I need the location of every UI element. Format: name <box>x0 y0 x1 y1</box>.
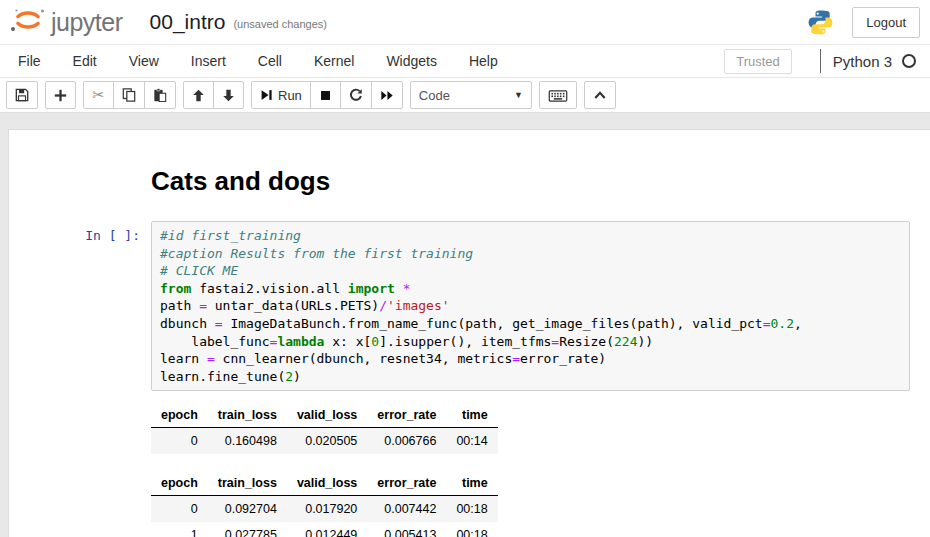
restart-run-all-icon <box>380 89 394 102</box>
run-cell-button[interactable]: Run <box>251 81 311 109</box>
table-header-row: epochtrain_lossvalid_losserror_ratetime <box>151 403 498 428</box>
move-cell-up-button[interactable] <box>183 81 214 109</box>
code-line: path = untar_data(URLs.PETS)/'images' <box>160 297 901 315</box>
code-line: dbunch = ImageDataBunch.from_name_func(p… <box>160 315 901 333</box>
table-header-cell: time <box>446 403 497 428</box>
stop-icon <box>319 89 332 102</box>
run-step-forward-icon <box>260 88 273 102</box>
code-token: 'images' <box>387 298 450 313</box>
code-token: )) <box>637 334 653 349</box>
table-header-cell: epoch <box>151 403 208 428</box>
chevron-up-icon <box>593 89 607 101</box>
output-area: epochtrain_lossvalid_losserror_ratetime0… <box>151 403 930 537</box>
table-cell: 0.092704 <box>208 496 287 523</box>
toolbar-collapse-button[interactable] <box>584 81 616 109</box>
logout-button[interactable]: Logout <box>852 7 920 38</box>
code-line: from fastai2.vision.all import * <box>160 280 901 298</box>
code-token: 224 <box>614 334 637 349</box>
code-token: untar_data(URLs.PETS) <box>207 298 379 313</box>
training-results-table: epochtrain_lossvalid_losserror_ratetime0… <box>151 403 498 454</box>
move-up-icon <box>192 89 205 102</box>
code-token: fastai2.vision.all <box>191 281 348 296</box>
code-editor[interactable]: #id first_training#caption Results from … <box>151 221 910 391</box>
code-token: = <box>207 351 215 366</box>
cell-prompt: In [ ]: <box>9 221 151 391</box>
kernel-name: Python 3 <box>833 53 892 70</box>
kernel-idle-icon <box>902 54 916 68</box>
table-header-cell: error_rate <box>367 403 446 428</box>
cell-type-dropdown[interactable]: Code ▼ <box>410 81 532 109</box>
code-token: learn.fine_tune( <box>160 369 285 384</box>
table-cell: 0.160498 <box>208 428 287 455</box>
table-cell: 1 <box>151 522 208 537</box>
code-token: #id first_training <box>160 228 301 243</box>
notebook-title[interactable]: 00_intro <box>150 10 226 34</box>
code-token: = <box>199 298 207 313</box>
code-token: error_rate) <box>520 351 606 366</box>
kernel-separator <box>820 49 821 73</box>
table-cell: 0.005413 <box>367 522 446 537</box>
code-token <box>395 281 403 296</box>
menu-item-view[interactable]: View <box>113 53 175 69</box>
table-header-cell: valid_loss <box>287 403 367 428</box>
table-row: 00.1604980.0205050.00676600:14 <box>151 428 498 455</box>
code-token: x: x[ <box>324 334 371 349</box>
code-token: ImageDataBunch.from_name_func(path, get_… <box>223 316 763 331</box>
code-token: ) <box>293 369 301 384</box>
restart-run-all-button[interactable] <box>371 81 403 109</box>
markdown-cell[interactable]: Cats and dogs <box>9 166 930 197</box>
menu-item-insert[interactable]: Insert <box>175 53 242 69</box>
code-token: import <box>348 281 395 296</box>
cut-cell-button[interactable]: ✂ <box>83 81 114 109</box>
code-line: # CLICK ME <box>160 262 901 280</box>
add-cell-icon <box>54 89 67 102</box>
code-token: lambda <box>277 334 324 349</box>
table-header-cell: train_loss <box>208 403 287 428</box>
paste-cell-button[interactable] <box>144 81 176 109</box>
jupyter-wordmark: jupyter <box>51 8 123 37</box>
menubar: FileEditViewInsertCellKernelWidgetsHelp … <box>0 44 930 78</box>
menu-item-help[interactable]: Help <box>453 53 514 69</box>
header: jupyter 00_intro (unsaved changes) Logou… <box>0 0 930 44</box>
move-cell-down-button[interactable] <box>213 81 244 109</box>
python-logo-icon <box>807 9 834 36</box>
menu-item-widgets[interactable]: Widgets <box>370 53 453 69</box>
code-cell[interactable]: In [ ]: #id first_training#caption Resul… <box>9 221 910 391</box>
table-cell: 0.006766 <box>367 428 446 455</box>
save-button[interactable] <box>6 81 38 109</box>
command-palette-button[interactable] <box>539 81 577 109</box>
jupyter-logo-icon <box>8 7 48 37</box>
code-token: 0.2 <box>771 316 794 331</box>
table-header-cell: epoch <box>151 471 208 496</box>
add-cell-below-button[interactable] <box>45 81 76 109</box>
save-icon <box>15 88 29 102</box>
menu-item-cell[interactable]: Cell <box>242 53 298 69</box>
code-token: dbunch <box>160 316 215 331</box>
copy-icon <box>122 88 136 102</box>
menu-item-kernel[interactable]: Kernel <box>298 53 370 69</box>
table-header-cell: time <box>446 471 497 496</box>
menubar-items: FileEditViewInsertCellKernelWidgetsHelp <box>10 53 514 69</box>
restart-kernel-button[interactable] <box>340 81 372 109</box>
chevron-down-icon: ▼ <box>514 90 523 100</box>
training-results-table: epochtrain_lossvalid_losserror_ratetime0… <box>151 471 498 537</box>
trusted-button[interactable]: Trusted <box>724 49 792 74</box>
menu-item-file[interactable]: File <box>10 53 57 69</box>
table-row: 10.0277850.0124490.00541300:18 <box>151 522 498 537</box>
toolbar: ✂ <box>0 78 930 112</box>
code-token: learn <box>160 351 207 366</box>
code-token: label_func <box>160 334 270 349</box>
interrupt-kernel-button[interactable] <box>310 81 341 109</box>
code-token: * <box>403 281 411 296</box>
cut-icon: ✂ <box>92 88 105 103</box>
table-header-row: epochtrain_lossvalid_losserror_ratetime <box>151 471 498 496</box>
run-button-label: Run <box>278 88 302 103</box>
copy-cell-button[interactable] <box>113 81 145 109</box>
code-token: 0 <box>371 334 379 349</box>
menu-item-edit[interactable]: Edit <box>57 53 113 69</box>
move-down-icon <box>222 89 235 102</box>
table-header-cell: valid_loss <box>287 471 367 496</box>
jupyter-logo[interactable]: jupyter <box>8 7 123 37</box>
table-cell: 0 <box>151 428 208 455</box>
table-cell: 0.027785 <box>208 522 287 537</box>
